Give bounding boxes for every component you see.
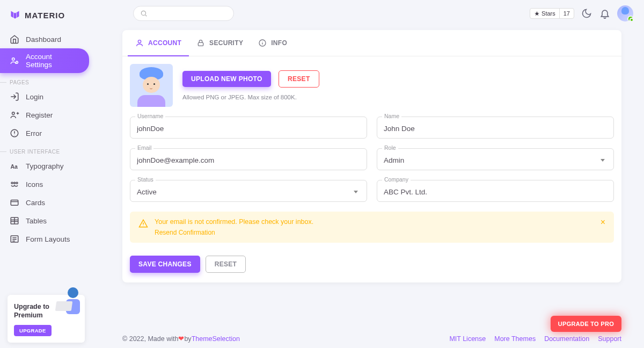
tab-info[interactable]: INFO [251,30,295,56]
search-icon [140,10,148,17]
nav-error[interactable]: Error [0,124,89,142]
svg-point-5 [11,182,13,184]
status-label: Status [135,176,156,183]
reset-button[interactable]: RESET [206,256,246,273]
theme-toggle[interactable] [581,8,592,19]
footer-prefix: © 2022, Made with [122,335,178,343]
github-label: Stars [541,10,555,17]
svg-point-12 [138,40,141,43]
nav-account-settings[interactable]: Account Settings [0,48,89,73]
reset-photo-button[interactable]: RESET [279,70,319,88]
error-icon [10,128,19,138]
nav-label: Dashboard [26,35,61,44]
resend-link[interactable]: Resend Confirmation [155,229,313,236]
role-value: Admin [384,156,404,164]
svg-rect-8 [11,200,18,206]
upgrade-card: Upgrade to Premium UPGRADE [8,295,85,343]
typography-icon: Aa [10,161,19,171]
nav-label: Tables [26,217,47,225]
username-field-wrap: Username [130,117,367,139]
moon-icon [581,8,592,19]
account-icon [135,39,144,47]
home-icon [10,34,19,44]
sidebar: MATERIO Dashboard Account Settings PAGES… [0,0,97,348]
upgrade-illustration [59,287,87,330]
name-input[interactable] [377,117,614,139]
topbar: Stars 17 [122,0,644,27]
footer-author[interactable]: ThemeSelection [192,335,240,343]
github-stars[interactable]: Stars 17 [530,8,574,19]
user-menu[interactable] [617,5,633,21]
username-label: Username [135,113,165,119]
lock-icon [196,39,205,47]
status-select[interactable]: Active [130,180,367,202]
tabs: ACCOUNT SECURITY INFO [122,30,621,56]
role-select[interactable]: Admin [377,148,614,170]
svg-rect-13 [198,42,203,46]
alert-message: Your email is not confirmed. Please chec… [155,218,313,226]
username-input[interactable] [130,117,367,139]
heart-icon: ❤ [178,335,184,343]
tab-label: INFO [271,39,287,47]
search-input[interactable] [133,6,234,21]
nav-typography[interactable]: Aa Typography [0,157,89,175]
role-label: Role [382,144,398,151]
svg-text:Aa: Aa [11,163,18,170]
company-field-wrap: Company [377,180,614,202]
account-settings-icon [10,56,19,66]
svg-point-6 [14,182,16,184]
icons-icon [10,179,19,189]
status-value: Active [137,188,157,196]
nav-label: Error [26,129,42,137]
company-input[interactable] [377,180,614,202]
chevron-down-icon [354,191,358,193]
register-icon [10,110,19,120]
svg-point-11 [141,11,145,15]
footer-link-docs[interactable]: Documentation [544,335,589,343]
nav-label: Form Layouts [26,235,70,243]
info-icon [258,39,267,47]
name-field-wrap: Name [377,117,614,139]
star-icon [534,11,540,17]
svg-point-0 [12,58,15,61]
bell-icon [599,8,610,19]
brand-text: MATERIO [25,11,65,20]
notifications[interactable] [599,8,611,19]
footer-link-license[interactable]: MIT License [449,335,486,343]
nav-register[interactable]: Register [0,106,89,124]
svg-point-2 [12,112,15,115]
nav-cards[interactable]: Cards [0,193,89,212]
tab-account[interactable]: ACCOUNT [128,30,189,56]
tables-icon [10,216,19,226]
nav-tables[interactable]: Tables [0,212,89,230]
nav-login[interactable]: Login [0,88,89,106]
form-icon [10,234,19,244]
footer: © 2022, Made with ❤ by ThemeSelection MI… [122,335,621,343]
login-icon [10,92,19,102]
nav-form-layouts[interactable]: Form Layouts [0,230,89,248]
tab-security[interactable]: SECURITY [189,30,251,56]
profile-photo [130,64,173,107]
photo-hint: Allowed PNG or JPEG. Max size of 800K. [182,94,319,100]
nav-label: Icons [26,180,43,189]
alert-close[interactable]: × [601,218,605,227]
upload-photo-button[interactable]: UPLOAD NEW PHOTO [182,71,271,87]
svg-point-1 [16,61,18,63]
save-button[interactable]: SAVE CHANGES [130,256,200,273]
status-field-wrap: Status Active [130,180,367,202]
email-input[interactable] [130,148,367,170]
nav-section-pages: PAGES [0,73,97,88]
github-count: 17 [559,9,574,18]
content: ACCOUNT SECURITY INFO UPLOAD NEW PHOTO R… [122,30,621,282]
role-field-wrap: Role Admin [377,148,614,170]
brand[interactable]: MATERIO [0,6,97,30]
upgrade-pro-button[interactable]: UPGRADE TO PRO [551,316,621,332]
nav-icons[interactable]: Icons [0,175,89,193]
footer-link-support[interactable]: Support [598,335,621,343]
nav-label: Register [26,111,53,119]
online-indicator [630,18,634,22]
footer-link-themes[interactable]: More Themes [494,335,536,343]
nav-dashboard[interactable]: Dashboard [0,30,89,48]
upgrade-button[interactable]: UPGRADE [14,325,52,336]
cards-icon [10,198,19,207]
